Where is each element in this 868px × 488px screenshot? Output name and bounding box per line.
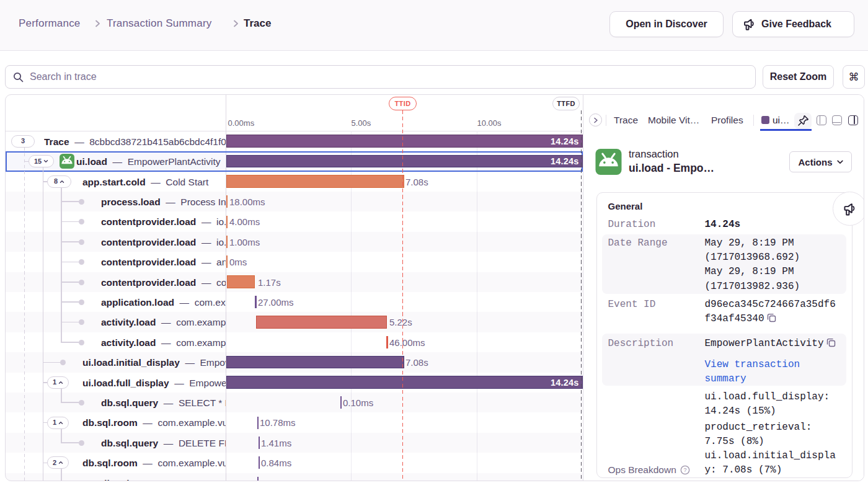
svg-text:?: ? xyxy=(683,467,686,473)
